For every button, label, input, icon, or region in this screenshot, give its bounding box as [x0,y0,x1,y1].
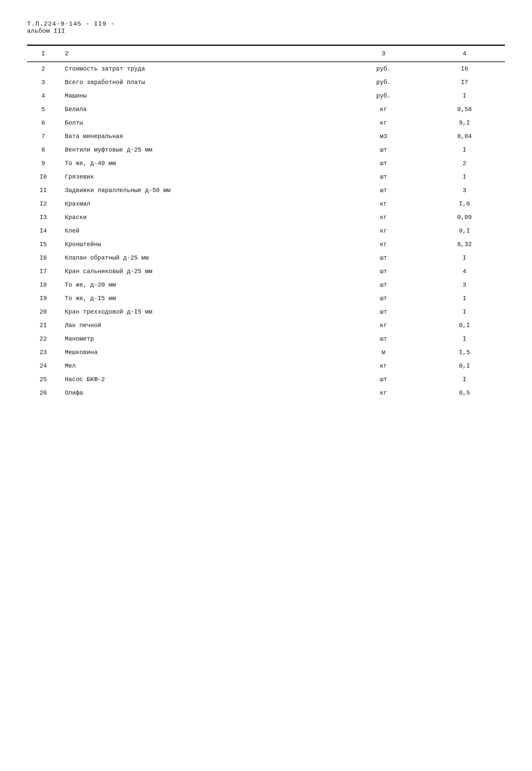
cell-description: Вата минеральная [59,130,343,143]
table-row: I9То же, д-I5 ммштI [27,292,505,305]
cell-number: 2I [27,319,59,332]
cell-description: Насос БКФ-2 [59,373,343,386]
table-row: I5Кронштейныкг8,32 [27,238,505,251]
table-row: 7Вата минеральнаям30,04 [27,130,505,143]
table-row: 26Олифакг0,5 [27,386,505,400]
cell-description: Краски [59,211,343,224]
cell-description: Кран трехходовой д-I5 мм [59,305,343,319]
cell-unit: руб. [343,89,424,103]
cell-quantity: 9,I [424,116,505,130]
cell-description: То же, д-I5 мм [59,292,343,305]
cell-description: Мешковина [59,346,343,359]
cell-unit: кг [343,238,424,251]
cell-unit: шт [343,332,424,346]
cell-quantity: I [424,170,505,184]
cell-number: 23 [27,346,59,359]
header-album: альбом III [27,28,505,34]
table-row: I2КрахмалкгI,0 [27,197,505,211]
cell-description: Стоимость затрат труда [59,62,343,76]
table-row: 8Вентили муфтовые д-25 ммштI [27,143,505,157]
cell-unit: шт [343,251,424,265]
cell-description: Кран сальниковый д-25 мм [59,265,343,278]
cell-number: I3 [27,211,59,224]
cell-unit: кг [343,103,424,116]
cell-quantity: 4 [424,265,505,278]
cell-unit: м3 [343,130,424,143]
table-header-row: I 2 3 4 [27,46,505,62]
cell-description: Клапан обратный д-25 мм [59,251,343,265]
table-row: 2IЛак печнойкг0,I [27,319,505,332]
page-header: Т.П.224-9-145 - II9 - альбом III [27,20,505,34]
table-row: I6Клапан обратный д-25 ммштI [27,251,505,265]
cell-unit: шт [343,305,424,319]
cell-unit: кг [343,197,424,211]
cell-description: Грязевик [59,170,343,184]
table-row: 6Болтыкг9,I [27,116,505,130]
cell-number: I8 [27,278,59,292]
table-row: I3Краскикг0,09 [27,211,505,224]
cell-description: Болты [59,116,343,130]
cell-quantity: I6 [424,62,505,76]
cell-number: 20 [27,305,59,319]
table-row: 23МешковинамI,5 [27,346,505,359]
cell-quantity: 3 [424,184,505,197]
cell-number: 4 [27,89,59,103]
cell-quantity: 2 [424,157,505,170]
cell-unit: кг [343,386,424,400]
cell-quantity: 0,04 [424,130,505,143]
table-row: 22МанометрштI [27,332,505,346]
cell-description: Машины [59,89,343,103]
table-row: I7Кран сальниковый д-25 ммшт4 [27,265,505,278]
cell-number: 25 [27,373,59,386]
cell-quantity: 0,09 [424,211,505,224]
cell-unit: кг [343,211,424,224]
cell-description: Мел [59,359,343,373]
cell-description: Клей [59,224,343,238]
table-row: 4Машиныруб.I [27,89,505,103]
cell-description: Лак печной [59,319,343,332]
table-row: 3Всего заработной платыруб.I7 [27,76,505,89]
cell-description: Всего заработной платы [59,76,343,89]
cell-number: 5 [27,103,59,116]
cell-description: Олифа [59,386,343,400]
cell-description: То же, д-20 мм [59,278,343,292]
cell-quantity: I [424,89,505,103]
cell-number: 8 [27,143,59,157]
col-header-2: 2 [59,46,343,62]
cell-quantity: I,0 [424,197,505,211]
cell-description: Кронштейны [59,238,343,251]
cell-number: 26 [27,386,59,400]
table-row: I0ГрязевикштI [27,170,505,184]
cell-unit: м [343,346,424,359]
cell-unit: кг [343,116,424,130]
cell-quantity: I [424,292,505,305]
cell-unit: кг [343,359,424,373]
table-row: 20Кран трехходовой д-I5 ммштI [27,305,505,319]
table-row: 24Мелкг0,I [27,359,505,373]
cell-description: Белила [59,103,343,116]
cell-unit: шт [343,373,424,386]
cell-quantity: I [424,143,505,157]
cell-number: I2 [27,197,59,211]
cell-number: I5 [27,238,59,251]
cell-unit: шт [343,265,424,278]
cell-unit: руб. [343,62,424,76]
cell-description: Манометр [59,332,343,346]
cell-quantity: 3 [424,278,505,292]
cell-quantity: I [424,332,505,346]
cell-unit: шт [343,278,424,292]
cell-number: 3 [27,76,59,89]
cell-unit: шт [343,184,424,197]
cell-unit: шт [343,143,424,157]
col-header-1: I [27,46,59,62]
cell-number: II [27,184,59,197]
cell-number: 7 [27,130,59,143]
col-header-3: 3 [343,46,424,62]
cell-number: 22 [27,332,59,346]
cell-quantity: I7 [424,76,505,89]
cell-quantity: I [424,305,505,319]
cell-unit: руб. [343,76,424,89]
cell-number: I6 [27,251,59,265]
table-row: IIЗадвижки параллельные д-50 ммшт3 [27,184,505,197]
cell-number: 2 [27,62,59,76]
